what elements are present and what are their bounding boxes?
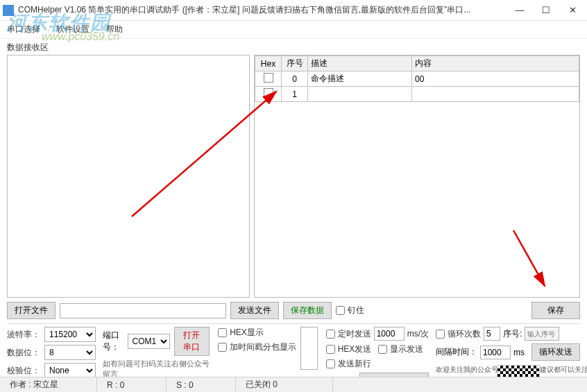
menubar: 串口选择 · 软件设置 · 帮助 [0, 21, 587, 39]
receive-textarea[interactable] [7, 55, 250, 298]
baud-select[interactable]: 115200 [44, 327, 96, 342]
cell-desc[interactable] [308, 87, 412, 102]
col-desc: 描述 [308, 56, 412, 71]
cell-content[interactable] [412, 87, 579, 102]
save-button[interactable]: 保存 [531, 302, 580, 319]
minimize-button[interactable]: — [515, 6, 525, 15]
status-author: 作者 : 宋立星 [0, 377, 97, 392]
statusbar: 作者 : 宋立星 R : 0 S : 0 已关闭 0 [0, 377, 587, 392]
menu-help[interactable]: 帮助 [106, 24, 123, 35]
menu-port-select[interactable]: 串口选择 [7, 24, 40, 35]
status-tx: S : 0 [167, 377, 236, 392]
databits-label: 数据位： [7, 347, 40, 359]
qr-description: 欢迎关注我的公众号，问题反馈、建议都可以关注留言。还会不定时更新一些实用技巧 [436, 365, 494, 374]
window-title: COMHelper V1.06 简单实用的串口调试助手 ([作者：宋立星] 问题… [18, 4, 515, 16]
send-newline-checkbox[interactable] [326, 359, 335, 368]
timed-send-checkbox[interactable] [326, 330, 335, 339]
loop-count-input[interactable] [484, 327, 500, 341]
port-select[interactable]: COM1 [128, 334, 170, 349]
cell-seq: 1 [282, 87, 308, 102]
parity-select[interactable]: None [44, 363, 96, 378]
open-port-button[interactable]: 打开串口 [174, 327, 210, 356]
status-closed: 已关闭 0 [236, 377, 333, 392]
table-row[interactable]: 1 [255, 87, 579, 102]
col-seq: 序号 [282, 56, 308, 71]
command-table: Hex 序号 描述 内容 0命令描述001 [254, 55, 580, 298]
send-file-button[interactable]: 发送文件 [230, 302, 279, 319]
parity-label: 校验位： [7, 365, 40, 377]
pin-label: 钉住 [348, 305, 364, 316]
titlebar: COMHelper V1.06 简单实用的串口调试助手 ([作者：宋立星] 问题… [0, 0, 587, 21]
timestamp-checkbox[interactable] [218, 343, 227, 352]
cell-content[interactable]: 00 [412, 71, 579, 87]
open-file-button[interactable]: 打开文件 [7, 302, 56, 319]
app-icon [3, 5, 14, 16]
loop-interval-input[interactable] [480, 346, 511, 359]
col-content: 内容 [412, 56, 579, 71]
file-path-input[interactable] [60, 303, 226, 318]
menu-settings[interactable]: 软件设置 [56, 24, 90, 35]
recv-area-label: 数据接收区 [7, 42, 580, 53]
cell-seq: 0 [282, 71, 308, 87]
hex-send-checkbox[interactable] [326, 345, 335, 354]
status-rx: R : 0 [97, 377, 167, 392]
maximize-button[interactable]: ☐ [541, 6, 551, 15]
loop-count-checkbox[interactable] [436, 330, 445, 339]
databits-select[interactable]: 8 [44, 345, 96, 360]
port-label: 端口号： [103, 330, 124, 353]
pin-checkbox[interactable] [336, 306, 345, 315]
hex-checkbox[interactable] [264, 88, 273, 98]
hex-show-checkbox[interactable] [218, 328, 227, 337]
baud-label: 波特率： [7, 329, 40, 341]
save-data-button[interactable]: 保存数据 [283, 302, 332, 319]
timed-send-interval[interactable] [374, 327, 405, 341]
close-button[interactable]: ✕ [568, 6, 577, 15]
cell-desc[interactable]: 命令描述 [308, 71, 412, 87]
table-row[interactable]: 0命令描述00 [255, 71, 579, 87]
send-textarea[interactable] [300, 327, 318, 370]
hex-checkbox[interactable] [264, 73, 273, 83]
loop-seq-input[interactable] [525, 327, 559, 341]
show-send-checkbox[interactable] [378, 345, 387, 354]
loop-send-button[interactable]: 循环发送 [531, 343, 580, 361]
col-hex: Hex [255, 56, 282, 71]
